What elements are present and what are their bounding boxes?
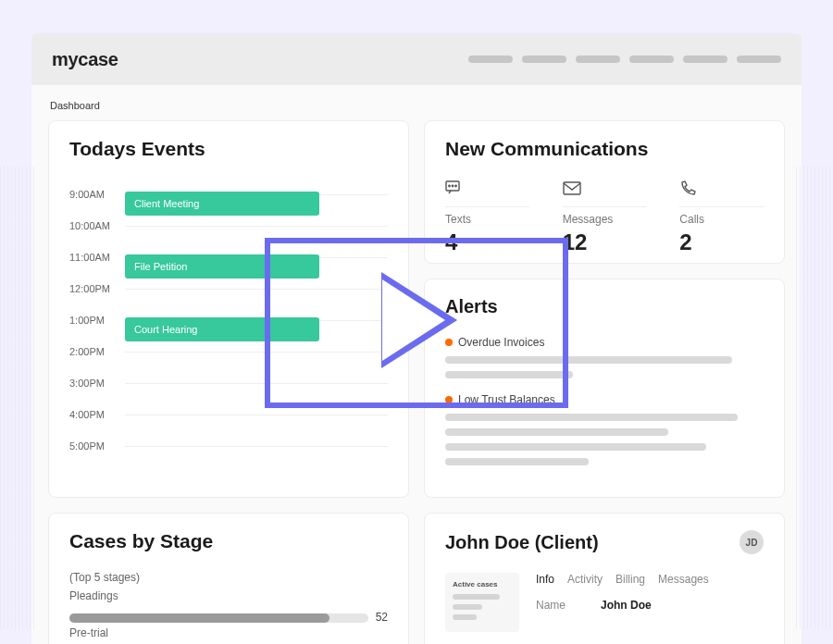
nav-item-placeholder[interactable] <box>629 56 674 63</box>
comm-texts[interactable]: Texts 4 <box>445 179 529 255</box>
nav-item-placeholder[interactable] <box>522 56 566 63</box>
hour-label: 2:00PM <box>69 346 125 357</box>
client-side-title: Active cases <box>453 580 512 588</box>
cases-title: Cases by Stage <box>69 530 388 552</box>
cases-by-stage-card: Cases by Stage (Top 5 stages) Pleadings … <box>48 513 409 644</box>
comm-value: 2 <box>679 229 764 255</box>
client-side-panel: Active cases <box>445 573 519 632</box>
hour-label: 9:00AM <box>69 189 125 200</box>
alert-overdue-invoices[interactable]: Overdue Invoices <box>445 336 764 378</box>
client-tabs: Info Activity Billing Messages <box>536 573 764 586</box>
todays-events-title: Todays Events <box>69 138 388 160</box>
svg-point-1 <box>449 185 450 186</box>
comm-label: Calls <box>679 206 764 226</box>
todays-events-card: Todays Events 9:00AM Client Meeting 10:0… <box>48 120 409 498</box>
cases-subtitle: (Top 5 stages) <box>69 571 388 584</box>
hour-label: 4:00PM <box>69 409 125 420</box>
tab-activity[interactable]: Activity <box>567 573 603 586</box>
hour-label: 1:00PM <box>69 315 125 326</box>
field-label: Name <box>536 599 582 612</box>
phone-icon <box>679 179 764 199</box>
comm-value: 4 <box>445 229 529 255</box>
new-communications-card: New Communications Texts 4 Messages <box>424 120 785 264</box>
tab-messages[interactable]: Messages <box>658 573 709 586</box>
nav-placeholder <box>468 56 781 63</box>
client-card: John Doe (Client) JD Active cases Info A… <box>424 513 785 644</box>
hour-label: 11:00AM <box>69 252 125 263</box>
topbar: mycase <box>31 33 802 85</box>
svg-point-2 <box>452 185 453 186</box>
mail-icon <box>563 179 647 199</box>
alerts-title: Alerts <box>445 296 764 317</box>
alert-label: Low Trust Balances <box>458 393 555 406</box>
alert-label: Overdue Invoices <box>458 336 544 349</box>
comm-calls[interactable]: Calls 2 <box>679 179 764 255</box>
breadcrumb[interactable]: Dashboard <box>48 96 785 120</box>
tab-info[interactable]: Info <box>536 573 554 586</box>
comm-value: 12 <box>563 229 647 255</box>
stage-label: Pre-trial <box>69 626 388 639</box>
alert-dot-icon <box>445 339 453 346</box>
nav-item-placeholder[interactable] <box>737 56 781 63</box>
comm-label: Texts <box>445 206 529 226</box>
brand-logo: mycase <box>52 49 118 70</box>
client-title: John Doe (Client) <box>445 532 599 553</box>
chat-icon <box>445 179 529 199</box>
hour-label: 10:00AM <box>69 220 125 231</box>
svg-rect-4 <box>564 182 580 194</box>
alert-dot-icon <box>445 396 453 403</box>
decorative-hatch-left <box>0 167 37 629</box>
avatar[interactable]: JD <box>740 530 764 554</box>
stage-value: 52 <box>376 611 388 624</box>
nav-item-placeholder[interactable] <box>683 56 727 63</box>
stage-label: Pleadings <box>69 589 388 602</box>
nav-item-placeholder[interactable] <box>576 56 620 63</box>
client-field-row: Name John Doe <box>536 599 764 612</box>
tab-billing[interactable]: Billing <box>615 573 645 586</box>
decorative-hatch-right <box>796 167 833 629</box>
events-timeline: 9:00AM Client Meeting 10:00AM 11:00AM Fi… <box>69 179 388 462</box>
hour-label: 3:00PM <box>69 378 125 389</box>
nav-item-placeholder[interactable] <box>468 56 513 63</box>
hour-label: 12:00PM <box>69 283 125 294</box>
communications-title: New Communications <box>445 138 764 160</box>
hour-label: 5:00PM <box>69 440 125 452</box>
alert-low-trust-balances[interactable]: Low Trust Balances <box>445 393 764 465</box>
comm-label: Messages <box>563 206 647 226</box>
comm-messages[interactable]: Messages 12 <box>563 179 647 255</box>
svg-point-3 <box>455 185 456 186</box>
alerts-card: Alerts Overdue Invoices Low Trust Balanc… <box>424 279 785 498</box>
field-value: John Doe <box>601 599 652 612</box>
stage-bar <box>69 613 368 623</box>
